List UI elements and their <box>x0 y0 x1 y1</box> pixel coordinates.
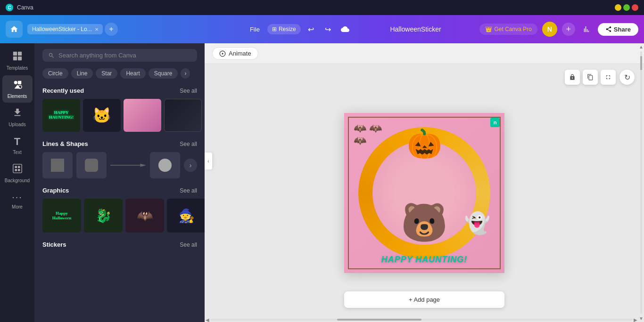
sidebar-item-elements[interactable]: Elements <box>2 75 33 103</box>
recently-used-item-3[interactable] <box>124 99 161 132</box>
recently-used-header: Recently used See all <box>42 87 197 94</box>
resize-button[interactable]: ⊞ Resize <box>267 24 301 34</box>
chips-row: Circle Line Star Heart Square › <box>35 65 205 81</box>
scroll-up-arrow[interactable]: ▲ <box>638 43 644 50</box>
recently-used-item-1[interactable]: HAPPYHAUNTING! <box>42 99 80 132</box>
animate-label: Animate <box>229 50 251 57</box>
cloud-icon <box>341 25 349 33</box>
sidebar-item-more[interactable]: ··· More <box>2 188 33 213</box>
sidebar-icons: Templates Elements Uploads T Text Backgr… <box>0 43 35 322</box>
title-bar: C Canva <box>0 0 644 15</box>
sidebar-item-templates[interactable]: Templates <box>2 47 33 74</box>
get-pro-button[interactable]: 👑 Get Canva Pro <box>479 24 537 35</box>
chart-icon <box>582 25 591 33</box>
expand-icon <box>605 74 611 80</box>
svg-rect-10 <box>17 166 20 169</box>
canvas-scrollbar-vertical[interactable]: ▲ ▼ <box>638 43 644 322</box>
chip-line[interactable]: Line <box>71 68 93 79</box>
elements-label: Elements <box>8 94 27 99</box>
stickers-header: Stickers See all <box>42 241 197 248</box>
copy-button[interactable] <box>583 70 598 85</box>
lock-button[interactable] <box>565 70 580 85</box>
hw-pumpkin: 🎃 <box>407 127 442 161</box>
graphics-see-all[interactable]: See all <box>180 187 197 194</box>
add-collaborator-button[interactable]: + <box>562 23 575 36</box>
crown-icon: 👑 <box>485 26 492 32</box>
chip-star[interactable]: Star <box>96 68 117 79</box>
tab-close-button[interactable]: ✕ <box>95 27 99 32</box>
graphic-item-1[interactable]: HappyHalloween <box>42 199 81 233</box>
panel-collapse-button[interactable]: ‹ <box>205 153 212 169</box>
sidebar-item-uploads[interactable]: Uploads <box>2 104 33 131</box>
home-button[interactable] <box>6 21 23 38</box>
recently-used-item-2[interactable]: 🐱 <box>83 99 121 132</box>
expand-button[interactable] <box>601 70 616 85</box>
search-input[interactable] <box>58 52 191 59</box>
svg-rect-12 <box>17 169 20 171</box>
recently-used-see-all[interactable]: See all <box>180 88 197 94</box>
stickers-section: Stickers See all <box>35 235 205 256</box>
more-icon: ··· <box>12 192 23 202</box>
svg-rect-1 <box>17 52 21 56</box>
graphic-item-2[interactable]: 🐉 <box>84 199 123 233</box>
analytics-button[interactable] <box>580 23 593 36</box>
svg-rect-13 <box>51 159 64 172</box>
background-label: Background <box>5 178 30 183</box>
svg-rect-2 <box>13 56 17 60</box>
graphics-grid: HappyHalloween 🐉 🦇 🧙 › <box>42 199 197 233</box>
canvas-scrollbar-horizontal[interactable]: ◀ ▶ <box>205 317 638 322</box>
shapes-more-button[interactable]: › <box>184 159 197 172</box>
graphic-item-3-icon: 🦇 <box>137 208 153 224</box>
scroll-thumb-vertical <box>640 56 642 70</box>
chip-square[interactable]: Square <box>149 68 178 79</box>
lines-shapes-see-all[interactable]: See all <box>180 141 197 147</box>
maximize-button[interactable] <box>623 4 630 11</box>
stickers-see-all[interactable]: See all <box>180 242 197 248</box>
chip-heart[interactable]: Heart <box>120 68 145 79</box>
cloud-save-button[interactable] <box>339 23 352 36</box>
shape-circle[interactable] <box>150 152 180 178</box>
close-button[interactable] <box>632 4 638 11</box>
hw-ghost: 👻 <box>464 211 490 235</box>
scroll-down-arrow[interactable]: ▼ <box>638 315 644 322</box>
uploads-icon <box>12 107 23 120</box>
shape-line[interactable] <box>110 152 146 178</box>
hw-text: HAPPY HAUNTING! <box>381 255 468 265</box>
redo-button[interactable]: ↪ <box>322 23 335 36</box>
chip-circle[interactable]: Circle <box>42 68 68 79</box>
animate-button[interactable]: Animate <box>212 47 258 60</box>
user-avatar[interactable]: N <box>542 22 557 37</box>
document-title: HalloweenSticker <box>356 25 475 33</box>
undo-button[interactable]: ↩ <box>305 23 318 36</box>
search-input-wrap[interactable] <box>42 49 197 62</box>
add-page-button[interactable]: + Add page <box>344 291 504 308</box>
lines-shapes-header: Lines & Shapes See all <box>42 140 197 147</box>
new-tab-button[interactable]: + <box>105 23 118 36</box>
sidebar-item-background[interactable]: Background <box>2 160 33 187</box>
animate-icon <box>219 50 226 57</box>
chip-more-button[interactable]: › <box>181 68 190 79</box>
active-tab[interactable]: HalloweenSticker - Lo... ✕ <box>27 24 103 34</box>
graphic-item-3[interactable]: 🦇 <box>125 199 164 233</box>
recently-used-item-4[interactable] <box>164 99 202 132</box>
scroll-right-arrow[interactable]: ▶ <box>633 317 638 322</box>
app-logo: C <box>6 4 13 11</box>
file-menu-button[interactable]: File <box>246 24 264 35</box>
window-controls <box>615 4 638 11</box>
scroll-left-arrow[interactable]: ◀ <box>205 317 210 322</box>
shape-square[interactable] <box>42 152 73 178</box>
recently-used-title: Recently used <box>42 87 84 94</box>
share-button[interactable]: Share <box>598 23 638 36</box>
refresh-button[interactable]: ↻ <box>619 70 635 85</box>
sidebar-item-text[interactable]: T Text <box>2 132 33 159</box>
svg-point-4 <box>14 81 17 84</box>
text-label: Text <box>13 150 21 155</box>
canvas-area: Animate ↻ <box>205 43 644 322</box>
shape-rounded-rect[interactable] <box>76 152 107 178</box>
graphics-section: Graphics See all HappyHalloween 🐉 🦇 🧙 › <box>35 181 205 235</box>
graphic-item-4-icon: 🧙 <box>178 208 195 224</box>
minimize-button[interactable] <box>615 4 621 11</box>
graphics-header: Graphics See all <box>42 187 197 194</box>
templates-label: Templates <box>7 65 28 71</box>
graphic-item-4[interactable]: 🧙 <box>167 199 205 233</box>
